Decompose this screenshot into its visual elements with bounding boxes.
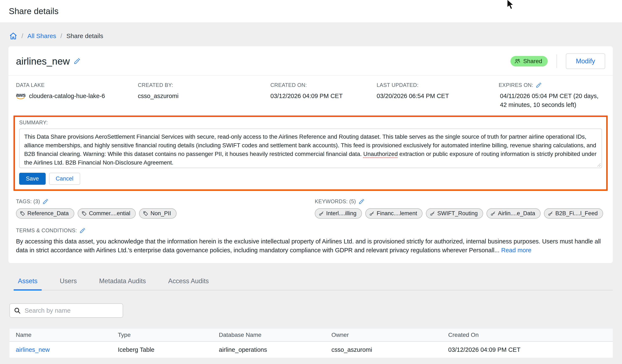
breadcrumb-current: Share details — [66, 32, 103, 39]
assets-table: Name Type Database Name Owner Created On… — [9, 329, 613, 358]
asset-owner-cell: csso_aszuromi — [325, 346, 442, 353]
created-on-value: 03/12/2026 04:09 PM CET — [270, 92, 377, 100]
tags-keywords-row: TAGS: (3) Reference_Data — [16, 198, 605, 219]
column-header-name: Name — [9, 332, 112, 338]
keywords-label: KEYWORDS: (5) — [315, 198, 356, 205]
page-header: Share details — [0, 0, 622, 22]
edit-tags-pencil-icon[interactable] — [42, 199, 48, 205]
share-details-card: airlines_new Shared Modify — [8, 46, 613, 263]
summary-label: SUMMARY: — [19, 119, 602, 126]
edit-keywords-pencil-icon[interactable] — [359, 199, 365, 205]
aws-logo-icon: aws — [16, 92, 26, 100]
keyword-chip[interactable]: Airlin....e_Data — [486, 208, 541, 219]
last-updated-label: LAST UPDATED: — [377, 82, 499, 88]
expires-on-label: EXPIRES ON: — [499, 82, 533, 88]
header-divider — [557, 55, 557, 68]
meta-data-lake: DATA LAKE aws cloudera-catalog-hue-lake-… — [16, 82, 138, 109]
summary-textarea[interactable]: This Data Share provisions AeroSettlemen… — [19, 129, 602, 168]
shared-people-icon — [514, 58, 521, 64]
share-name: airlines_new — [16, 56, 70, 67]
breadcrumb-all-shares-link[interactable]: All Shares — [27, 32, 56, 39]
search-box[interactable] — [9, 303, 123, 318]
detail-tabs: Assets Users Metadata Audits Access Audi… — [14, 275, 613, 290]
table-row: airlines_new Iceberg Table airline_opera… — [9, 342, 613, 358]
terms-label: TERMS & CONDITIONS: — [16, 228, 77, 233]
tag-icon — [143, 211, 148, 216]
read-more-link[interactable]: Read more — [501, 247, 531, 253]
tab-users[interactable]: Users — [56, 275, 81, 290]
edit-expires-pencil-icon[interactable] — [536, 82, 542, 88]
tab-metadata-audits[interactable]: Metadata Audits — [95, 275, 150, 290]
asset-type-cell: Iceberg Table — [112, 346, 213, 353]
expires-on-value: 04/11/2026 05:04 PM CET (20 days, 42 min… — [499, 92, 605, 109]
data-lake-label: DATA LAKE — [16, 82, 138, 88]
page-title: Share details — [9, 6, 58, 16]
asset-created-on-cell: 03/12/2026 04:09 PM CET — [442, 346, 613, 353]
tag-chip[interactable]: Non_PII — [139, 208, 176, 219]
tag-icon — [81, 211, 87, 216]
textarea-resize-handle[interactable] — [597, 163, 601, 167]
breadcrumb: / All Shares / Share details — [0, 22, 622, 41]
summary-text-flagged: Unauthorized — [363, 151, 398, 157]
tab-assets[interactable]: Assets — [14, 275, 42, 290]
asset-database-cell: airline_operations — [213, 346, 325, 353]
search-icon — [14, 307, 21, 314]
created-on-label: CREATED ON: — [270, 82, 377, 88]
tag-chip[interactable]: Commer....ential — [78, 208, 136, 219]
meta-created-by: CREATED BY: csso_aszuromi — [138, 82, 270, 109]
share-metadata: DATA LAKE aws cloudera-catalog-hue-lake-… — [16, 82, 605, 109]
meta-expires-on: EXPIRES ON: 04/11/2026 05:04 PM CET (20 … — [499, 82, 605, 109]
column-header-owner: Owner — [325, 332, 442, 338]
cancel-button[interactable]: Cancel — [49, 173, 80, 185]
meta-created-on: CREATED ON: 03/12/2026 04:09 PM CET — [270, 82, 377, 109]
tags-label: TAGS: (3) — [16, 198, 40, 205]
tag-chip[interactable]: Reference_Data — [16, 208, 74, 219]
save-button[interactable]: Save — [19, 173, 46, 185]
key-icon — [548, 211, 553, 216]
assets-toolbar — [9, 303, 613, 318]
tags-section: TAGS: (3) Reference_Data — [16, 198, 315, 219]
home-icon[interactable] — [9, 32, 17, 40]
meta-last-updated: LAST UPDATED: 03/20/2026 06:54 PM CET — [377, 82, 499, 109]
keyword-chip[interactable]: SWIFT_Routing — [426, 208, 483, 219]
tag-icon — [20, 211, 25, 216]
column-header-type: Type — [112, 332, 213, 338]
column-header-database-name: Database Name — [213, 332, 325, 338]
status-badge: Shared — [510, 56, 547, 66]
keyword-chip[interactable]: Interl....illing — [315, 208, 362, 219]
terms-section: TERMS & CONDITIONS: By accessing this da… — [16, 228, 605, 255]
created-by-label: CREATED BY: — [138, 82, 270, 88]
edit-terms-pencil-icon[interactable] — [79, 228, 85, 233]
search-input[interactable] — [24, 307, 119, 314]
created-by-value: csso_aszuromi — [138, 92, 270, 100]
share-title-row: airlines_new Shared Modify — [16, 54, 605, 69]
keyword-chip[interactable]: B2B_Fi....l_Feed — [544, 208, 603, 219]
asset-name-link[interactable]: airlines_new — [9, 346, 112, 353]
keywords-section: KEYWORDS: (5) Interl....illing — [315, 198, 605, 219]
key-icon — [490, 211, 496, 216]
modify-button[interactable]: Modify — [566, 54, 605, 69]
key-icon — [430, 211, 435, 216]
summary-highlight-box: SUMMARY: This Data Share provisions Aero… — [14, 115, 608, 191]
tab-access-audits[interactable]: Access Audits — [164, 275, 213, 290]
edit-name-pencil-icon[interactable] — [74, 58, 80, 65]
status-badge-label: Shared — [523, 58, 542, 65]
key-icon — [319, 211, 324, 216]
card-divider — [8, 75, 613, 76]
share-details-page: Share details / All Shares / Share detai… — [0, 0, 622, 364]
keyword-chip[interactable]: Financ....lement — [365, 208, 423, 219]
breadcrumb-separator: / — [60, 32, 62, 39]
key-icon — [369, 211, 374, 216]
data-lake-value: cloudera-catalog-hue-lake-6 — [29, 92, 105, 100]
assets-table-header: Name Type Database Name Owner Created On — [9, 329, 613, 342]
breadcrumb-separator: / — [21, 32, 23, 39]
last-updated-value: 03/20/2026 06:54 PM CET — [377, 92, 499, 100]
column-header-created-on: Created On — [442, 332, 613, 338]
